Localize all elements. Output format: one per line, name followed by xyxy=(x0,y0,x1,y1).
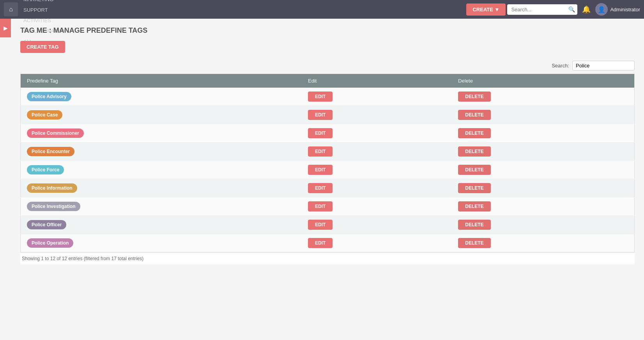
create-tag-button[interactable]: CREATE TAG xyxy=(20,41,65,53)
tag-badge: Police Officer xyxy=(27,220,66,229)
search-label: Search: xyxy=(552,63,569,69)
table-row: Police OfficerEDITDELETE xyxy=(21,216,635,234)
edit-cell: EDIT xyxy=(302,234,452,252)
global-search-input[interactable] xyxy=(507,4,577,15)
edit-cell: EDIT xyxy=(302,143,452,161)
create-label: CREATE ▼ xyxy=(472,7,499,12)
edit-cell: EDIT xyxy=(302,124,452,143)
table-footer: Showing 1 to 12 of 12 entries (filtered … xyxy=(20,252,635,264)
avatar: 👤 xyxy=(595,3,608,16)
nav-item-support[interactable]: SUPPORT xyxy=(19,5,70,15)
sidebar-toggle[interactable]: ▶ xyxy=(0,19,11,37)
user-icon: 👤 xyxy=(598,6,605,13)
tag-cell: Police Officer xyxy=(21,216,302,234)
create-button[interactable]: CREATE ▼ xyxy=(466,4,506,16)
notification-icon: 🔔 xyxy=(582,5,591,13)
create-tag-label: CREATE TAG xyxy=(27,44,59,50)
user-area[interactable]: 👤 Administrator xyxy=(595,3,640,16)
delete-button[interactable]: DELETE xyxy=(458,146,490,157)
edit-button[interactable]: EDIT xyxy=(308,110,333,120)
delete-cell: DELETE xyxy=(452,106,634,124)
edit-cell: EDIT xyxy=(302,216,452,234)
table-row: Police CaseEDITDELETE xyxy=(21,106,635,124)
tag-badge: Police Information xyxy=(27,183,77,193)
footer-text: Showing 1 to 12 of 12 entries (filtered … xyxy=(22,256,143,261)
delete-button[interactable]: DELETE xyxy=(458,220,490,230)
edit-button[interactable]: EDIT xyxy=(308,165,333,175)
nav-item-activities[interactable]: ACTIVITIES xyxy=(19,15,70,26)
delete-cell: DELETE xyxy=(452,124,634,143)
edit-cell: EDIT xyxy=(302,88,452,106)
tag-cell: Police Information xyxy=(21,179,302,197)
table-header: Predefine TagEditDelete xyxy=(21,74,635,88)
col-predefine-tag: Predefine Tag xyxy=(21,74,302,88)
delete-cell: DELETE xyxy=(452,161,634,179)
delete-cell: DELETE xyxy=(452,234,634,252)
col-delete: Delete xyxy=(452,74,634,88)
tag-badge: Police Encounter xyxy=(27,147,74,156)
table-wrapper[interactable]: Predefine TagEditDelete Police AdvisoryE… xyxy=(20,74,635,252)
tag-badge: Police Commissioner xyxy=(27,129,84,138)
table-row: Police InvestigationEDITDELETE xyxy=(21,197,635,216)
edit-cell: EDIT xyxy=(302,161,452,179)
tag-badge: Police Operation xyxy=(27,238,73,248)
edit-button[interactable]: EDIT xyxy=(308,146,333,157)
col-edit: Edit xyxy=(302,74,452,88)
search-icon-button[interactable]: 🔍 xyxy=(568,6,575,12)
delete-button[interactable]: DELETE xyxy=(458,183,490,193)
delete-cell: DELETE xyxy=(452,143,634,161)
table-row: Police OperationEDITDELETE xyxy=(21,234,635,252)
delete-button[interactable]: DELETE xyxy=(458,92,490,102)
search-row: Search: xyxy=(20,61,635,70)
top-navigation: ⌂ TAG MESALESMARKETINGSUPPORTACTIVITIESC… xyxy=(0,0,644,19)
delete-cell: DELETE xyxy=(452,179,634,197)
delete-cell: DELETE xyxy=(452,216,634,234)
tag-badge: Police Investigation xyxy=(27,202,80,211)
tag-cell: Police Investigation xyxy=(21,197,302,216)
table-search-input[interactable] xyxy=(572,61,635,70)
table-row: Police InformationEDITDELETE xyxy=(21,179,635,197)
edit-cell: EDIT xyxy=(302,106,452,124)
edit-button[interactable]: EDIT xyxy=(308,238,333,248)
main-content: TAG ME : MANAGE PREDEFINE TAGS CREATE TA… xyxy=(11,19,644,340)
page-title: TAG ME : MANAGE PREDEFINE TAGS xyxy=(20,26,635,35)
edit-button[interactable]: EDIT xyxy=(308,201,333,211)
tag-cell: Police Operation xyxy=(21,234,302,252)
edit-button[interactable]: EDIT xyxy=(308,92,333,102)
delete-button[interactable]: DELETE xyxy=(458,201,490,211)
nav-item-marketing[interactable]: MARKETING xyxy=(19,0,70,5)
tag-cell: Police Advisory xyxy=(21,88,302,106)
home-button[interactable]: ⌂ xyxy=(4,2,18,16)
tag-badge: Police Case xyxy=(27,110,62,120)
delete-cell: DELETE xyxy=(452,197,634,216)
user-label: Administrator xyxy=(610,7,640,12)
tags-table: Predefine TagEditDelete Police AdvisoryE… xyxy=(20,74,635,252)
table-row: Police ForceEDITDELETE xyxy=(21,161,635,179)
delete-button[interactable]: DELETE xyxy=(458,238,490,248)
table-row: Police CommissionerEDITDELETE xyxy=(21,124,635,143)
search-icon: 🔍 xyxy=(568,6,575,12)
tag-cell: Police Force xyxy=(21,161,302,179)
delete-button[interactable]: DELETE xyxy=(458,165,490,175)
edit-cell: EDIT xyxy=(302,179,452,197)
home-icon: ⌂ xyxy=(9,6,13,13)
edit-button[interactable]: EDIT xyxy=(308,220,333,230)
delete-button[interactable]: DELETE xyxy=(458,110,490,120)
edit-button[interactable]: EDIT xyxy=(308,128,333,138)
delete-button[interactable]: DELETE xyxy=(458,128,490,138)
table-body: Police AdvisoryEDITDELETEPolice CaseEDIT… xyxy=(21,88,635,252)
notification-button[interactable]: 🔔 xyxy=(579,4,594,15)
tag-cell: Police Case xyxy=(21,106,302,124)
tag-badge: Police Advisory xyxy=(27,92,71,101)
edit-button[interactable]: EDIT xyxy=(308,183,333,193)
tag-cell: Police Encounter xyxy=(21,143,302,161)
table-row: Police EncounterEDITDELETE xyxy=(21,143,635,161)
nav-items: TAG MESALESMARKETINGSUPPORTACTIVITIESCOL… xyxy=(19,0,70,47)
edit-cell: EDIT xyxy=(302,197,452,216)
tag-cell: Police Commissioner xyxy=(21,124,302,143)
search-wrapper: 🔍 xyxy=(507,4,577,15)
delete-cell: DELETE xyxy=(452,88,634,106)
tag-badge: Police Force xyxy=(27,165,64,174)
table-row: Police AdvisoryEDITDELETE xyxy=(21,88,635,106)
sidebar-toggle-icon: ▶ xyxy=(4,25,8,31)
